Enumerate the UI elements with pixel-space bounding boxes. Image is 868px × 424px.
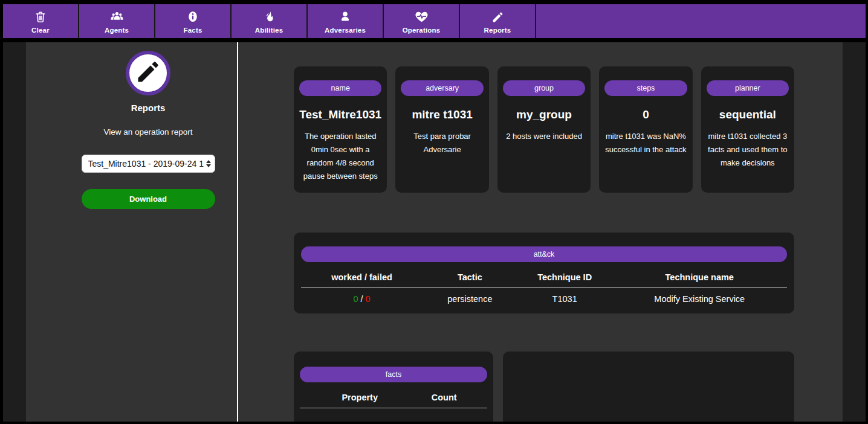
- column-header: Technique ID: [517, 272, 612, 282]
- nav-tab-abilities[interactable]: Abilities: [232, 4, 308, 38]
- failed-count: 0: [366, 294, 371, 304]
- stat-card-adversary: adversary mitre t1031 Test para probar A…: [395, 66, 488, 193]
- report-main: name Test_Mitre1031 The operation lasted…: [238, 42, 843, 422]
- heartbeat-icon: [414, 9, 429, 24]
- select-spinner-icon: [204, 160, 211, 167]
- page-body: Reports View an operation report Test_Mi…: [3, 42, 866, 422]
- stat-card-group: group my_group 2 hosts were included: [497, 66, 591, 193]
- worked-failed-cell: 0 / 0: [301, 294, 423, 304]
- table-divider: [300, 408, 487, 408]
- stat-badge: steps: [604, 80, 687, 96]
- operation-report-select[interactable]: Test_Mitre1031 - 2019-09-24 1: [82, 155, 215, 173]
- attack-table-header: worked / failed Tactic Technique ID Tech…: [301, 272, 787, 282]
- trash-icon: [34, 9, 47, 24]
- nav-tab-facts[interactable]: Facts: [155, 4, 232, 38]
- facts-card: facts Property Count: [294, 352, 493, 422]
- technique-name-cell: Modify Existing Service: [612, 294, 787, 304]
- nav-tab-label: Reports: [484, 27, 511, 34]
- facts-table-header: Property Count: [300, 393, 487, 402]
- user-icon: [338, 9, 352, 24]
- info-icon: [186, 9, 199, 24]
- nav-tab-agents[interactable]: Agents: [79, 4, 155, 38]
- attack-card: att&ck worked / failed Tactic Technique …: [294, 233, 794, 313]
- reports-pencil-badge: [126, 51, 170, 95]
- column-header: Property: [300, 393, 419, 402]
- stat-value: my_group: [503, 108, 585, 121]
- stat-badge: adversary: [401, 80, 483, 96]
- pencil-icon: [491, 9, 504, 24]
- page-title: Reports: [59, 103, 237, 113]
- stat-card-steps: steps 0 mitre t1031 was NaN% successful …: [599, 66, 692, 193]
- stat-value: mitre t1031: [401, 108, 483, 121]
- tactic-cell: persistence: [423, 294, 517, 304]
- attack-table-row: 0 / 0 persistence T1031 Modify Existing …: [301, 294, 787, 304]
- nav-tab-clear[interactable]: Clear: [3, 4, 79, 38]
- bottom-row: facts Property Count: [294, 352, 794, 422]
- top-navbar: Clear Agents Facts: [3, 4, 866, 38]
- nav-tab-label: Abilities: [255, 27, 283, 34]
- sidebar-subtitle: View an operation report: [59, 127, 237, 137]
- nav-tab-operations[interactable]: Operations: [384, 4, 460, 38]
- pencil-icon: [135, 59, 161, 88]
- stat-value: sequential: [707, 108, 789, 121]
- stat-card-row: name Test_Mitre1031 The operation lasted…: [294, 66, 794, 193]
- stat-value: Test_Mitre1031: [299, 108, 381, 121]
- nav-tab-adversaries[interactable]: Adversaries: [308, 4, 384, 38]
- reports-sidebar: Reports View an operation report Test_Mi…: [26, 42, 238, 422]
- column-header: worked / failed: [301, 272, 423, 282]
- nav-tab-label: Facts: [183, 27, 202, 34]
- stat-value: 0: [604, 108, 687, 121]
- content-container: Reports View an operation report Test_Mi…: [26, 42, 843, 422]
- users-icon: [109, 9, 125, 24]
- stat-description: Test para probar Adversarie: [401, 130, 483, 156]
- table-divider: [301, 287, 787, 288]
- stat-description: The operation lasted 0min 0sec with a ra…: [299, 130, 381, 183]
- stat-card-name: name Test_Mitre1031 The operation lasted…: [294, 66, 387, 193]
- column-header: Technique name: [612, 272, 787, 282]
- stat-badge: planner: [707, 80, 789, 96]
- technique-id-cell: T1031: [517, 294, 612, 304]
- nav-tab-reports[interactable]: Reports: [460, 4, 536, 38]
- nav-tab-label: Adversaries: [325, 27, 366, 34]
- operation-report-select-value: Test_Mitre1031 - 2019-09-24 1: [88, 159, 204, 169]
- download-button[interactable]: Download: [82, 189, 215, 209]
- nav-tab-label: Agents: [105, 27, 129, 34]
- nav-tab-label: Operations: [403, 27, 441, 34]
- stat-badge: name: [299, 80, 381, 96]
- attack-banner: att&ck: [301, 246, 787, 262]
- stat-badge: group: [503, 80, 585, 96]
- stat-description: mitre t1031 was NaN% successful in the a…: [604, 130, 687, 156]
- stat-card-planner: planner sequential mitre t1031 collected…: [701, 66, 794, 193]
- worked-failed-separator: /: [358, 294, 365, 304]
- empty-panel: [503, 352, 794, 422]
- column-header: Count: [419, 393, 468, 402]
- stat-description: mitre t1031 collected 3 facts and used t…: [707, 130, 789, 170]
- facts-banner: facts: [300, 367, 487, 382]
- fire-icon: [263, 9, 276, 24]
- stat-description: 2 hosts were included: [503, 130, 585, 143]
- column-header: Tactic: [423, 272, 517, 282]
- nav-tab-label: Clear: [31, 27, 50, 34]
